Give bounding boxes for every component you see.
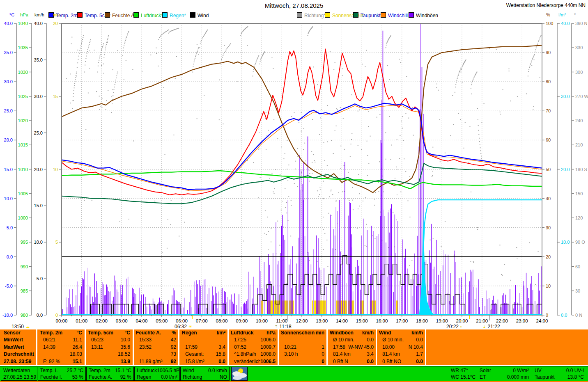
svg-text:1040: 1040: [18, 21, 28, 26]
table-column-windb-en: Windböenkm/hØ 10 min.0.017:58W-NW 45.081…: [328, 329, 376, 365]
status-right-group: WR 47°WC 15.1°C: [449, 367, 480, 380]
table-column-feuchte-a-: Feuchte A.%15:334223:52927311.89 g/m³92: [134, 329, 178, 365]
cell-value: 0.0: [218, 358, 227, 365]
moonset-time: 21:22: [488, 324, 500, 329]
x-tick-label: 15:00: [356, 318, 368, 323]
status-value: 53 %: [72, 374, 83, 380]
cell-label: Ø 10 min.: [328, 336, 367, 343]
cell-label: [86, 358, 121, 365]
x-tick-label: 00:00: [56, 318, 68, 323]
svg-text:1025: 1025: [18, 94, 28, 99]
moon-icon: ☁: [25, 324, 30, 329]
table-column-luftdruck: LuftdruckhPa17:251006.007:521009.7^1.8hP…: [229, 329, 278, 365]
column-unit: min: [316, 329, 326, 336]
svg-text:35.0: 35.0: [4, 50, 13, 55]
x-tick-label: 03:00: [116, 318, 128, 323]
cell-label: 11.89 g/m³: [134, 358, 171, 365]
x-tick-label: 24:00: [536, 318, 548, 323]
status-label: Wetterdaten: [3, 367, 35, 374]
cell-value: [225, 336, 227, 343]
cell-label: 15.8 l/m²: [180, 358, 218, 365]
svg-text:1020: 1020: [18, 118, 28, 123]
row-label: Durchschnitt: [2, 351, 36, 358]
row-label: MaxWert: [2, 344, 36, 351]
x-tick-label: 08:00: [216, 318, 228, 323]
status-value: 1006.5 hPa: [157, 367, 182, 374]
table-column-temp-5cm: Temp. 5cm°C05:2310.013:1135.618.5213.9: [86, 329, 132, 365]
cell-label: [38, 351, 70, 358]
svg-text:20.0: 20.0: [561, 167, 570, 172]
cell-value: 15.1: [73, 358, 84, 365]
svg-text:240: 240: [575, 118, 583, 123]
status-value: 0.000 mm: [507, 374, 529, 380]
column-name: Regen: [180, 329, 217, 336]
svg-text:1000: 1000: [18, 215, 28, 220]
cell-label: 3:10 h: [279, 351, 322, 358]
column-unit: l/m²: [217, 329, 227, 336]
svg-text:100: 100: [546, 21, 553, 26]
svg-text:30: 30: [575, 288, 580, 293]
x-tick-label: 10:00: [256, 318, 268, 323]
cell-value: [324, 336, 326, 343]
status-label: Temp. I.: [40, 367, 67, 374]
cell-label: [86, 351, 118, 358]
status-value: 0 W/m²: [513, 367, 529, 374]
cell-value: W-NW 45.0: [348, 344, 376, 351]
moon-culmination-time: 13:50: [11, 324, 24, 329]
status-label: UV: [535, 367, 566, 374]
status-label: Temp. 2m: [89, 367, 115, 374]
svg-text:15: 15: [53, 94, 58, 99]
status-label: Feuchte I.: [40, 374, 72, 380]
moonrise-label: ⇡ 11:18: [274, 324, 292, 329]
cell-value: 0.0: [416, 336, 425, 343]
svg-text:180 S: 180 S: [575, 167, 587, 172]
status-label: ET: [480, 374, 507, 380]
row-label: MinWert: [2, 336, 36, 343]
weather-app-window: Mittwoch, 27.08.2025 Wetterstation Niede…: [0, 0, 588, 382]
cell-label: 14:39: [38, 344, 73, 351]
cell-value: 0.0: [416, 358, 425, 365]
axis-unit-min: min: [53, 12, 60, 17]
x-tick-label: 07:00: [196, 318, 208, 323]
column-name: Wind: [377, 329, 411, 336]
sunrise-time: 06:32: [175, 324, 187, 329]
svg-text:5.0: 5.0: [7, 225, 13, 230]
sunrise-label: 06:32 ☀: [175, 324, 192, 329]
x-tick-label: 21:00: [476, 318, 488, 323]
x-tick-label: 14:00: [336, 318, 348, 323]
x-tick-label: 17:00: [396, 318, 408, 323]
svg-text:10.0: 10.0: [561, 240, 570, 245]
cell-value: 1006.0: [260, 336, 278, 343]
cell-value: 1008.0: [260, 351, 278, 358]
cell-label: 07:52: [229, 344, 260, 351]
cell-value: 0: [322, 358, 326, 365]
column-name: Temp. 2m: [38, 329, 77, 336]
svg-text:30.0: 30.0: [561, 94, 570, 99]
svg-text:20.0: 20.0: [4, 137, 13, 142]
cell-value: 42: [171, 336, 178, 343]
svg-text:10.0: 10.0: [34, 240, 43, 245]
status-value: NO: [220, 374, 227, 380]
column-name: Sonnenschein: [279, 329, 316, 336]
svg-text:90 O: 90 O: [575, 240, 585, 245]
cell-value: 3.4: [367, 351, 376, 358]
svg-text:15.0: 15.0: [34, 203, 43, 208]
cell-label: [180, 336, 225, 343]
svg-text:25.0: 25.0: [34, 130, 43, 135]
svg-text:60: 60: [575, 264, 580, 269]
x-tick-label: 11:00: [276, 318, 287, 323]
x-tick-label: 02:00: [96, 318, 108, 323]
axis-unit-right: %: [546, 12, 550, 17]
cell-value: 92: [171, 344, 178, 351]
svg-text:40.0: 40.0: [4, 21, 13, 26]
svg-text:25.0: 25.0: [4, 108, 13, 113]
status-bar: Wetterdaten27.08.25 23:59Temp. I.25.7 °C…: [0, 366, 588, 382]
moonrise-time: 11:18: [280, 324, 292, 329]
x-tick-label: 16:00: [376, 318, 388, 323]
svg-text:0: 0: [546, 313, 548, 318]
table-column-sensor: SensorMinWertMaxWertDurchschnitt27.08. 2…: [2, 329, 36, 365]
svg-text:150: 150: [575, 191, 583, 196]
svg-text:0 N: 0 N: [575, 313, 582, 318]
x-axis: 00:0001:0002:0003:0004:0005:0006:0007:00…: [56, 315, 548, 323]
status-label: Luftdruck: [137, 367, 157, 374]
